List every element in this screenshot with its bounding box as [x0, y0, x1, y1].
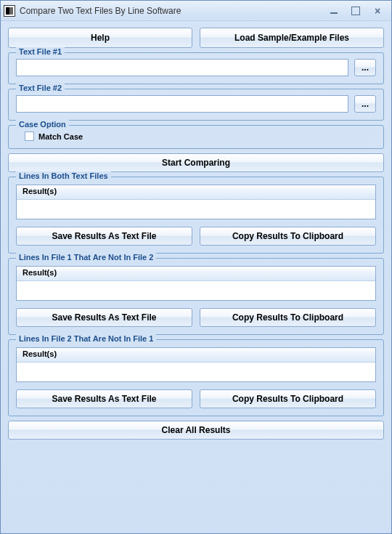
window-controls: ×: [326, 4, 388, 17]
results-both-legend: Lines In Both Text Files: [16, 171, 111, 180]
case-option-legend: Case Option: [16, 120, 69, 129]
file2-browse-button[interactable]: ...: [354, 95, 376, 113]
results-1not2-copy-button[interactable]: Copy Results To Clipboard: [200, 308, 376, 327]
file1-legend: Text File #1: [16, 47, 65, 56]
results-1not2-legend: Lines In File 1 That Are Not In File 2: [16, 253, 156, 262]
results-1not2-header[interactable]: Result(s): [17, 267, 375, 281]
top-button-row: Help Load Sample/Example Files: [8, 28, 384, 48]
case-option-group: Case Option Match Case: [8, 125, 384, 149]
client-area: Help Load Sample/Example Files Text File…: [1, 21, 391, 446]
titlebar[interactable]: Compare Two Text Files By Line Software …: [1, 1, 391, 21]
results-both-save-button[interactable]: Save Results As Text File: [16, 227, 192, 246]
results-2not1-group: Lines In File 2 That Are Not In File 1 R…: [8, 339, 384, 416]
file1-browse-button[interactable]: ...: [354, 59, 376, 76]
minimize-button[interactable]: [326, 4, 342, 17]
load-sample-button[interactable]: Load Sample/Example Files: [200, 28, 384, 48]
file2-legend: Text File #2: [16, 84, 65, 92]
match-case-label: Match Case: [38, 132, 83, 141]
close-button[interactable]: ×: [369, 4, 385, 17]
file1-path-input[interactable]: [16, 59, 348, 76]
results-2not1-list[interactable]: Result(s): [16, 347, 376, 382]
results-2not1-header[interactable]: Result(s): [17, 348, 375, 363]
results-2not1-copy-button[interactable]: Copy Results To Clipboard: [200, 389, 376, 408]
results-both-header[interactable]: Result(s): [17, 185, 375, 200]
results-1not2-group: Lines In File 1 That Are Not In File 2 R…: [8, 258, 384, 335]
match-case-checkbox[interactable]: [25, 132, 34, 141]
start-comparing-button[interactable]: Start Comparing: [8, 153, 384, 172]
results-both-list[interactable]: Result(s): [16, 185, 376, 219]
app-window: Compare Two Text Files By Line Software …: [0, 0, 392, 534]
app-icon: [4, 5, 15, 17]
results-2not1-legend: Lines In File 2 That Are Not In File 1: [16, 334, 156, 343]
file2-path-input[interactable]: [16, 95, 348, 113]
maximize-button[interactable]: [348, 4, 364, 17]
results-1not2-list[interactable]: Result(s): [16, 266, 376, 301]
file2-group: Text File #2 ...: [8, 89, 384, 121]
help-button[interactable]: Help: [8, 28, 192, 48]
results-both-copy-button[interactable]: Copy Results To Clipboard: [200, 227, 376, 246]
window-title: Compare Two Text Files By Line Software: [20, 6, 326, 16]
results-2not1-save-button[interactable]: Save Results As Text File: [16, 389, 192, 408]
results-both-group: Lines In Both Text Files Result(s) Save …: [8, 177, 384, 254]
clear-all-results-button[interactable]: Clear All Results: [8, 421, 384, 440]
file1-group: Text File #1 ...: [8, 52, 384, 84]
results-1not2-save-button[interactable]: Save Results As Text File: [16, 308, 192, 327]
